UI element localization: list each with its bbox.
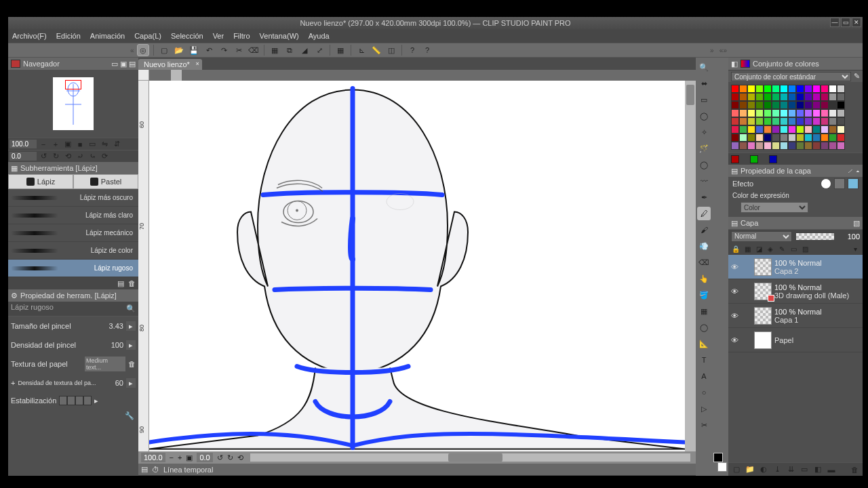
tool-pen[interactable]: 🪄 (697, 142, 711, 155)
color-swatch[interactable] (796, 117, 804, 125)
color-swatch[interactable] (764, 142, 772, 150)
layer-visibility-icon[interactable]: 👁 (730, 287, 739, 296)
color-swatch[interactable] (821, 85, 829, 93)
toolbar-new-icon[interactable]: ▢ (158, 44, 170, 56)
color-swatch[interactable] (739, 93, 747, 101)
window-close-button[interactable]: ✕ (852, 18, 861, 27)
color-swatch[interactable] (747, 117, 755, 125)
magnify-icon[interactable]: 🔍 (126, 304, 136, 313)
color-swatch[interactable] (764, 101, 772, 109)
color-swatch[interactable] (804, 142, 812, 150)
layer-mask-icon[interactable]: ▭ (789, 244, 798, 253)
color-swatch[interactable] (747, 85, 755, 93)
document-tab[interactable]: Nuevo lienzo*× (138, 59, 202, 70)
tool-fill[interactable]: ⌫ (697, 256, 711, 269)
color-swatch[interactable] (804, 93, 812, 101)
layer-visibility-icon[interactable]: 👁 (730, 336, 739, 344)
color-swatch[interactable] (821, 142, 829, 150)
color-swatch[interactable] (764, 85, 772, 93)
toolbar-ruler-icon[interactable]: 📏 (370, 44, 382, 56)
tool-blend[interactable]: 💨 (697, 239, 711, 253)
status-zoom-in-icon[interactable]: + (178, 453, 182, 462)
tool-frame[interactable]: ▦ (697, 304, 711, 318)
color-swatch[interactable] (780, 85, 788, 93)
status-zoom-out-icon[interactable]: − (170, 453, 174, 462)
color-swatch[interactable] (772, 142, 780, 150)
tool-shape[interactable]: 🪣 (697, 288, 711, 302)
color-swatch[interactable] (755, 85, 764, 93)
layer-item[interactable]: 👁100 % Normal3D drawing doll (Male) (728, 279, 863, 304)
opacity-value[interactable]: 100 (838, 232, 860, 241)
status-rotate-reset-icon[interactable]: ⟲ (237, 453, 243, 462)
effect-layer-color-icon[interactable] (848, 178, 859, 189)
color-swatch[interactable] (788, 125, 796, 134)
status-rotate-cw-icon[interactable]: ↻ (227, 453, 233, 462)
tool-pencil[interactable]: ◯ (697, 158, 711, 171)
color-swatch[interactable] (829, 134, 837, 142)
color-swatch[interactable] (731, 134, 739, 142)
subtool-item[interactable]: Lápiz rugoso (8, 260, 138, 277)
color-swatch[interactable] (747, 134, 755, 142)
color-swatch[interactable] (731, 109, 739, 117)
layer-visibility-icon[interactable]: 👁 (730, 263, 739, 271)
color-swatch[interactable] (821, 134, 829, 142)
color-swatch[interactable] (731, 101, 739, 109)
color-swatch[interactable] (829, 93, 837, 101)
color-swatch[interactable] (731, 117, 739, 125)
fg-bg-color[interactable] (713, 453, 727, 472)
stabilization-stepper[interactable]: ▸ (94, 396, 98, 405)
color-swatch[interactable] (747, 109, 755, 117)
color-swatch[interactable] (837, 117, 845, 125)
toolbar-hint-icon[interactable]: ? (421, 44, 433, 56)
color-swatch[interactable] (788, 117, 796, 125)
color-swatch[interactable] (796, 134, 804, 142)
color-swatch[interactable] (780, 117, 788, 125)
color-swatch[interactable] (755, 109, 764, 117)
layer-item[interactable]: 👁100 % NormalCapa 1 (728, 304, 863, 328)
menu-selección[interactable]: Selección (171, 32, 203, 40)
zoom-value[interactable]: 100.0 (9, 140, 37, 148)
color-swatch[interactable] (788, 85, 796, 93)
tool-wand[interactable]: ✧ (697, 125, 711, 139)
color-swatch[interactable] (829, 109, 837, 117)
zoom-out-icon[interactable]: − (38, 139, 49, 150)
color-swatch[interactable] (755, 134, 764, 142)
color-swatch[interactable] (731, 85, 739, 93)
layer-visibility-icon[interactable]: 👁 (730, 312, 739, 320)
color-swatch[interactable] (788, 134, 796, 142)
color-swatch[interactable] (739, 109, 747, 117)
rgb-red[interactable] (731, 155, 739, 163)
brush-density-value[interactable]: 100 (103, 341, 123, 349)
collapse-right-icon[interactable]: » «» (710, 47, 727, 54)
layer-draft-icon[interactable]: ✎ (777, 244, 787, 253)
color-swatch[interactable] (755, 142, 764, 150)
new-correction-layer-icon[interactable]: ◐ (758, 464, 769, 475)
color-swatch[interactable] (780, 142, 788, 150)
layer-extra-icon[interactable]: ▧ (853, 219, 860, 228)
layer-clip-icon[interactable]: ◪ (754, 244, 764, 253)
vertical-scrollbar[interactable] (685, 81, 696, 451)
color-swatch[interactable] (788, 109, 796, 117)
color-swatch[interactable] (780, 125, 788, 134)
color-swatch[interactable] (829, 85, 837, 93)
color-swatch[interactable] (812, 109, 821, 117)
color-swatch[interactable] (821, 109, 829, 117)
color-swatch[interactable] (764, 134, 772, 142)
texture-density-stepper[interactable]: ▸ (126, 378, 136, 388)
tool-brush[interactable]: 〰 (697, 174, 711, 188)
color-swatch[interactable] (812, 142, 821, 150)
layer-ruler-icon[interactable]: ▨ (800, 244, 810, 253)
color-swatch[interactable] (739, 117, 747, 125)
brush-size-value[interactable]: 3.43 (103, 322, 123, 330)
color-swatch[interactable] (829, 125, 837, 134)
toolbar-scale-icon[interactable]: ⤢ (313, 44, 326, 56)
color-swatch[interactable] (829, 101, 837, 109)
blend-mode-dropdown[interactable]: Normal (731, 231, 792, 242)
color-swatch[interactable] (812, 125, 821, 134)
subtool-item[interactable]: Lápiz más claro (8, 207, 138, 224)
layer-item[interactable]: 👁100 % NormalCapa 2 (728, 255, 863, 279)
tool-tool21[interactable]: ▷ (697, 402, 711, 415)
toolbar-cut-icon[interactable]: ✂ (233, 44, 245, 56)
rgb-blue[interactable] (769, 155, 777, 163)
color-swatch[interactable] (812, 101, 821, 109)
